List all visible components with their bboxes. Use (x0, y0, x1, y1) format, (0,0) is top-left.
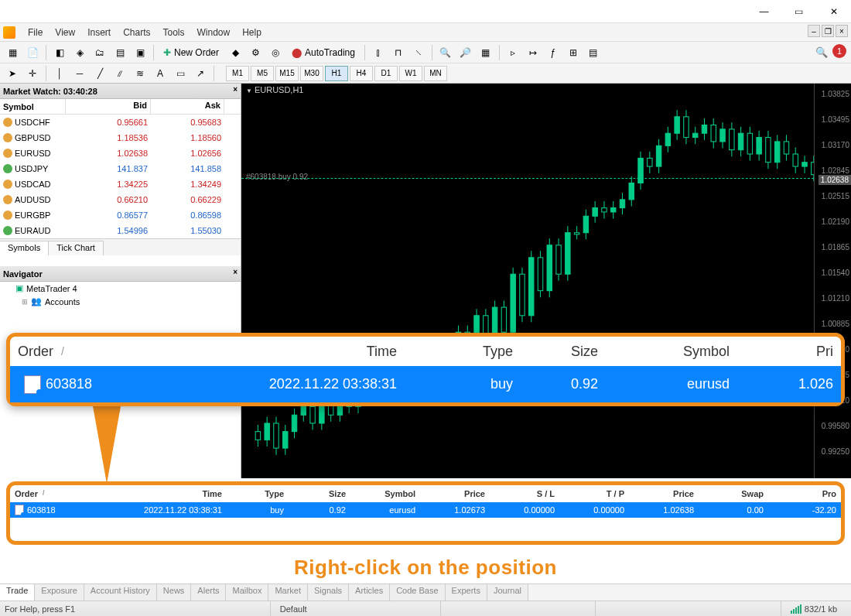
market-watch-row[interactable]: USDCHF0.956610.95683 (0, 115, 241, 130)
col-ask[interactable]: Ask (151, 99, 224, 114)
terminal-tab-code-base[interactable]: Code Base (390, 584, 445, 601)
tab-symbols[interactable]: Symbols (0, 241, 49, 255)
auto-scroll-icon[interactable]: ▹ (504, 44, 522, 61)
cursor-icon[interactable]: ➤ (3, 65, 22, 82)
svg-rect-101 (711, 125, 716, 142)
svg-rect-117 (784, 142, 788, 154)
line-chart-icon[interactable]: ⟍ (409, 44, 428, 61)
app-tree-icon: ▣ (15, 283, 23, 293)
indicators-icon[interactable]: ƒ (544, 44, 562, 61)
menu-file[interactable]: File (22, 26, 49, 39)
profiles-icon[interactable]: 📄 (23, 44, 42, 61)
terminal-tab-exposure[interactable]: Exposure (35, 584, 84, 601)
menu-tools[interactable]: Tools (157, 26, 191, 39)
market-watch-row[interactable]: EURGBP0.865770.86598 (0, 207, 241, 223)
close-icon[interactable]: × (233, 268, 238, 276)
menu-window[interactable]: Window (191, 26, 237, 39)
mdi-minimize-button[interactable]: – (808, 25, 820, 37)
timeframe-m1[interactable]: M1 (226, 66, 249, 81)
terminal-tab-experts[interactable]: Experts (446, 584, 487, 601)
expert-advisors-icon[interactable]: ⚙ (246, 44, 265, 61)
mdi-close-button[interactable]: × (836, 25, 848, 37)
trendline-icon[interactable]: ╱ (91, 65, 109, 82)
text-label-icon[interactable]: ▭ (171, 65, 190, 82)
signals-icon[interactable]: ◎ (266, 44, 285, 61)
mdi-restore-button[interactable]: ❐ (822, 25, 834, 37)
navigator-icon[interactable]: 🗂 (91, 44, 109, 61)
zoom-out-icon[interactable]: 🔎 (456, 44, 475, 61)
auto-trading-button[interactable]: ⬤AutoTrading (286, 44, 361, 61)
search-icon[interactable]: 🔍 (815, 46, 828, 58)
navigator-header: Navigator × (0, 266, 241, 282)
terminal-tab-articles[interactable]: Articles (349, 584, 390, 601)
market-watch-row[interactable]: AUDUSD0.662100.66229 (0, 192, 241, 207)
text-icon[interactable]: A (151, 65, 169, 82)
new-order-button[interactable]: ✚New Order (158, 44, 224, 61)
zoom-selected-row[interactable]: 603818 2022.11.22 03:38:31 buy 0.92 euru… (10, 366, 841, 402)
menu-insert[interactable]: Insert (81, 26, 117, 39)
bar-chart-icon[interactable]: ⫿ (369, 44, 388, 61)
navigator-root[interactable]: ▣MetaTrader 4 (0, 282, 241, 295)
terminal-tab-mailbox[interactable]: Mailbox (226, 584, 268, 601)
zoom-in-icon[interactable]: 🔍 (436, 44, 455, 61)
crosshair-icon[interactable]: ✛ (23, 65, 42, 82)
timeframe-h1[interactable]: H1 (325, 66, 348, 81)
terminal-tab-market[interactable]: Market (268, 584, 308, 601)
market-watch-row[interactable]: USDJPY141.837141.858 (0, 161, 241, 176)
timeframe-m5[interactable]: M5 (251, 66, 274, 81)
timeframe-w1[interactable]: W1 (399, 66, 422, 81)
trade-selected-row[interactable]: 603818 2022.11.22 03:38:31 buy 0.92 euru… (10, 502, 841, 518)
candlestick-icon[interactable]: ⊓ (389, 44, 408, 61)
col-bid[interactable]: Bid (66, 99, 151, 114)
svg-rect-95 (684, 117, 689, 138)
close-button[interactable]: ✕ (816, 0, 851, 23)
terminal-tab-journal[interactable]: Journal (487, 584, 528, 601)
terminal-tab-news[interactable]: News (157, 584, 192, 601)
maximize-button[interactable]: ▭ (781, 0, 816, 23)
templates-icon[interactable]: ▤ (584, 44, 603, 61)
close-icon[interactable]: × (233, 85, 238, 94)
timeframe-m15[interactable]: M15 (275, 66, 299, 81)
svg-rect-75 (593, 208, 597, 217)
tab-tick-chart[interactable]: Tick Chart (49, 241, 104, 255)
terminal-icon[interactable]: ▤ (111, 44, 129, 61)
market-watch-row[interactable]: USDCAD1.342251.34249 (0, 176, 241, 192)
navigator-accounts[interactable]: ⊞👥Accounts (0, 295, 241, 308)
notification-badge[interactable]: 1 (832, 44, 846, 58)
terminal-tab-account-history[interactable]: Account History (84, 584, 157, 601)
market-watch-row[interactable]: GBPUSD1.185361.18560 (0, 130, 241, 145)
chart-shift-icon[interactable]: ↦ (524, 44, 542, 61)
strategy-tester-icon[interactable]: ▣ (131, 44, 149, 61)
arrows-icon[interactable]: ↗ (191, 65, 210, 82)
terminal-tab-signals[interactable]: Signals (308, 584, 349, 601)
svg-rect-63 (538, 258, 542, 291)
horizontal-line-icon[interactable]: ─ (70, 65, 89, 82)
svg-rect-65 (547, 245, 552, 291)
menu-view[interactable]: View (49, 26, 81, 39)
callout-pointer (93, 406, 121, 484)
timeframe-d1[interactable]: D1 (374, 66, 398, 81)
new-chart-icon[interactable]: ▦ (3, 44, 22, 61)
terminal-tab-alerts[interactable]: Alerts (191, 584, 226, 601)
tile-windows-icon[interactable]: ▦ (477, 44, 495, 61)
market-watch-icon[interactable]: ◧ (50, 44, 69, 61)
vertical-line-icon[interactable]: │ (50, 65, 69, 82)
metaquotes-icon[interactable]: ◆ (226, 44, 244, 61)
timeframe-h4[interactable]: H4 (350, 66, 373, 81)
timeframe-mn[interactable]: MN (424, 66, 447, 81)
market-watch-row[interactable]: EURAUD1.549961.55030 (0, 223, 241, 238)
svg-rect-105 (730, 129, 734, 150)
col-symbol[interactable]: Symbol (0, 99, 66, 114)
menu-help[interactable]: Help (236, 26, 268, 39)
menu-charts[interactable]: Charts (117, 26, 156, 39)
periods-icon[interactable]: ⊞ (564, 44, 583, 61)
minimize-button[interactable]: — (747, 0, 781, 23)
equidistant-icon[interactable]: ⫽ (111, 65, 129, 82)
timeframe-m30[interactable]: M30 (300, 66, 323, 81)
data-window-icon[interactable]: ◈ (70, 44, 89, 61)
market-watch-header: Market Watch: 03:40:28 × (0, 84, 241, 99)
market-watch-row[interactable]: EURUSD1.026381.02656 (0, 145, 241, 161)
svg-rect-99 (702, 125, 706, 134)
fibonacci-icon[interactable]: ≋ (131, 65, 149, 82)
terminal-tab-trade[interactable]: Trade (0, 584, 35, 601)
